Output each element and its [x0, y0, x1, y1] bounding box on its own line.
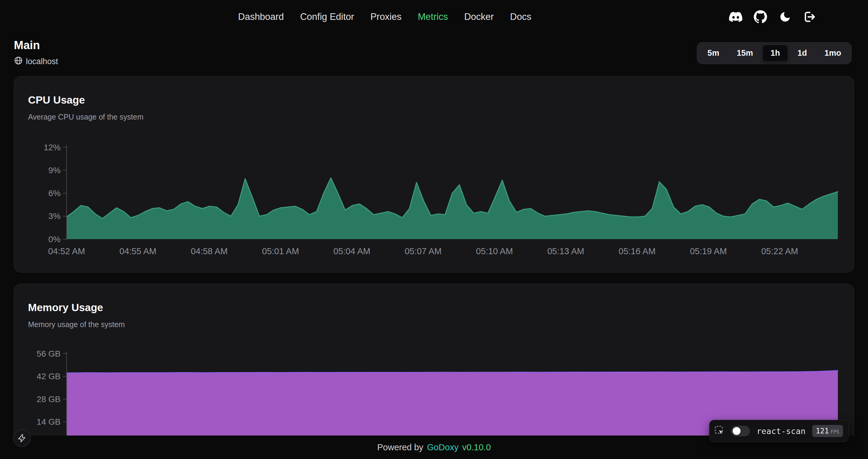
- react-scan-widget: react-scan 121 FPS: [709, 420, 849, 442]
- theme-moon-icon[interactable]: [778, 10, 792, 24]
- godoxy-link[interactable]: GoDoxy: [427, 442, 459, 452]
- time-range-15m[interactable]: 15m: [728, 44, 761, 62]
- nav-item-metrics[interactable]: Metrics: [418, 11, 448, 22]
- nav-item-proxies[interactable]: Proxies: [370, 11, 401, 22]
- react-scan-toggle[interactable]: [731, 426, 750, 436]
- svg-text:28 GB: 28 GB: [37, 394, 61, 403]
- top-header: Dashboard Config Editor Proxies Metrics …: [0, 0, 868, 34]
- inspect-icon[interactable]: [714, 425, 724, 437]
- svg-text:05:22 AM: 05:22 AM: [761, 247, 798, 256]
- svg-text:9%: 9%: [49, 166, 61, 175]
- page-head-left: Main localhost: [14, 39, 58, 67]
- main-nav: Dashboard Config Editor Proxies Metrics …: [238, 0, 531, 34]
- svg-text:05:07 AM: 05:07 AM: [405, 247, 442, 256]
- fps-value: 121: [816, 427, 829, 435]
- svg-text:05:13 AM: 05:13 AM: [547, 247, 584, 256]
- host-label: localhost: [26, 57, 58, 66]
- sign-out-icon[interactable]: [803, 10, 817, 24]
- time-range-1mo[interactable]: 1mo: [816, 44, 849, 62]
- powered-by-label: Powered by: [377, 442, 423, 452]
- svg-text:04:58 AM: 04:58 AM: [191, 247, 228, 256]
- svg-text:04:55 AM: 04:55 AM: [119, 247, 156, 256]
- page-title: Main: [14, 39, 58, 52]
- cpu-usage-chart[interactable]: 0%3%6%9%12%04:52 AM04:55 AM04:58 AM05:01…: [19, 136, 844, 260]
- nav-item-config-editor[interactable]: Config Editor: [300, 11, 354, 22]
- nav-item-dashboard[interactable]: Dashboard: [238, 11, 284, 22]
- svg-text:6%: 6%: [49, 189, 61, 198]
- cpu-card-title: CPU Usage: [28, 95, 840, 105]
- page-head: Main localhost 5m 15m 1h 1d 1mo: [14, 39, 852, 67]
- time-range-selector: 5m 15m 1h 1d 1mo: [697, 42, 852, 64]
- svg-text:04:52 AM: 04:52 AM: [48, 247, 85, 256]
- host-row: localhost: [14, 56, 58, 67]
- svg-text:05:16 AM: 05:16 AM: [619, 247, 656, 256]
- svg-text:42 GB: 42 GB: [37, 372, 61, 381]
- fps-unit: FPS: [831, 429, 839, 435]
- svg-text:05:10 AM: 05:10 AM: [476, 247, 513, 256]
- svg-text:3%: 3%: [49, 211, 61, 221]
- time-range-1d[interactable]: 1d: [789, 44, 815, 62]
- time-range-5m[interactable]: 5m: [699, 44, 727, 62]
- fps-badge: 121 FPS: [812, 425, 843, 437]
- header-icon-group: [729, 0, 817, 34]
- discord-icon[interactable]: [729, 10, 743, 24]
- svg-text:0%: 0%: [49, 234, 61, 244]
- react-scan-label: react-scan: [756, 426, 806, 436]
- globe-icon: [14, 56, 23, 67]
- svg-text:05:19 AM: 05:19 AM: [690, 247, 727, 256]
- nav-item-docker[interactable]: Docker: [464, 11, 494, 22]
- cpu-card-subtitle: Average CPU usage of the system: [28, 112, 840, 121]
- svg-text:05:01 AM: 05:01 AM: [262, 247, 299, 256]
- memory-card-subtitle: Memory usage of the system: [28, 320, 840, 329]
- svg-text:14 GB: 14 GB: [37, 417, 61, 426]
- toggle-knob: [733, 427, 741, 435]
- version-link[interactable]: v0.10.0: [462, 442, 491, 452]
- svg-text:12%: 12%: [44, 142, 61, 152]
- lightning-icon: [18, 434, 27, 443]
- nav-item-docs[interactable]: Docs: [510, 11, 531, 22]
- cpu-usage-card: CPU Usage Average CPU usage of the syste…: [14, 76, 854, 272]
- svg-text:05:04 AM: 05:04 AM: [333, 247, 370, 256]
- svg-text:56 GB: 56 GB: [37, 349, 61, 358]
- time-range-1h[interactable]: 1h: [762, 44, 788, 62]
- memory-card-title: Memory Usage: [28, 302, 840, 313]
- lightning-button[interactable]: [13, 429, 31, 447]
- github-icon[interactable]: [753, 10, 767, 24]
